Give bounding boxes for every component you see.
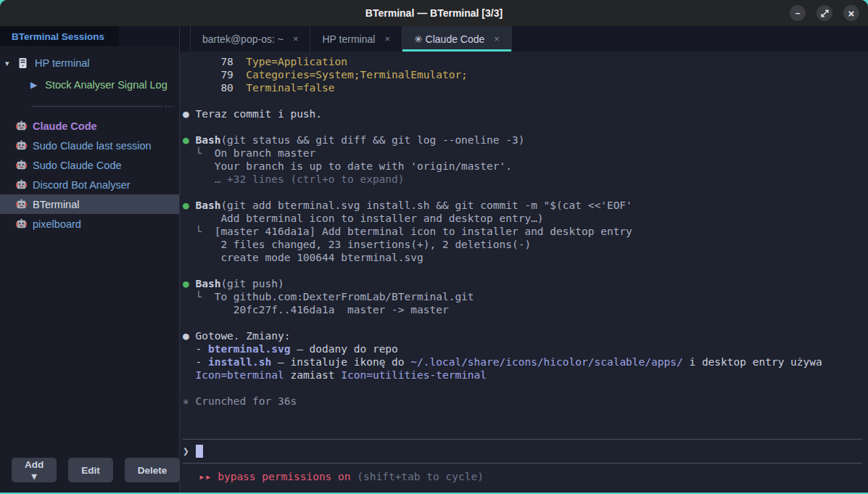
sidebar-item-bterminal[interactable]: BTerminal: [0, 194, 179, 214]
window-controls: – ×: [790, 5, 859, 21]
sidebar-item-claude-code[interactable]: Claude Code: [0, 116, 179, 136]
session-tree: ▾ HP terminal ▶ Stock Analyser Signal Lo…: [0, 46, 179, 449]
terminal-line: [183, 264, 862, 277]
robot-icon: [16, 140, 27, 151]
main-area: BTerminal Sessions ▾ HP terminal ▶ Stock…: [0, 26, 868, 493]
tab-label: HP terminal: [322, 33, 375, 45]
term-segment: └: [183, 291, 215, 302]
minimize-button[interactable]: –: [790, 5, 806, 21]
session-label: pixelboard: [33, 218, 81, 230]
terminal-line: └ [master 416da1a] Add bterminal icon to…: [183, 225, 862, 238]
divider-line: [32, 106, 162, 107]
terminal-line: ● Bash(git push): [183, 277, 862, 290]
terminal-output: 78 Type=Application 79 Categories=System…: [183, 55, 862, 408]
terminal-line: ● Bash(git status && git diff && git log…: [183, 133, 862, 147]
close-icon[interactable]: ×: [293, 33, 299, 44]
close-icon[interactable]: ×: [494, 33, 500, 44]
tab-label: ✳ Claude Code: [414, 33, 484, 45]
term-segment: └: [183, 226, 215, 237]
term-segment: -: [183, 343, 208, 355]
status-text: bypass permissions on: [218, 471, 350, 482]
sidebar-item-hp-terminal[interactable]: ▾ HP terminal: [0, 52, 179, 74]
sidebar-header: BTerminal Sessions: [0, 26, 179, 46]
close-button[interactable]: ×: [843, 5, 859, 21]
term-segment: Icon=bterminal: [195, 369, 284, 381]
term-segment: ✳ Crunched for 36s: [183, 395, 297, 407]
computer-icon: [18, 57, 28, 69]
term-segment: On branch master: [215, 147, 316, 159]
tab-hp-terminal[interactable]: HP terminal×: [310, 26, 402, 52]
sessions-sidebar: BTerminal Sessions ▾ HP terminal ▶ Stock…: [0, 26, 180, 493]
ellipsis-icon: ···: [165, 102, 175, 110]
double-arrow-icon: ▸▸: [199, 471, 218, 482]
terminal-line: └ On branch master: [183, 147, 862, 160]
term-segment: Categories=System;TerminalEmulator;: [246, 69, 468, 81]
sidebar-item-sudo-claude-last-session[interactable]: Sudo Claude last session: [0, 136, 179, 155]
terminal-line: 20fc27f..416da1a master -> master: [183, 303, 862, 316]
term-segment: -: [183, 356, 208, 368]
sidebar-item-sudo-claude-code[interactable]: Sudo Claude Code: [0, 155, 179, 175]
session-sub-label: Stock Analyser Signal Log: [45, 79, 167, 91]
edit-button[interactable]: Edit: [68, 458, 113, 482]
term-segment: ●: [183, 278, 195, 289]
term-segment: ● Teraz commit i push.: [183, 108, 322, 120]
maximize-button[interactable]: [817, 5, 832, 21]
term-segment: └: [183, 147, 215, 159]
session-label: Discord Bot Analyser: [33, 179, 131, 191]
term-segment: — dodany do repo: [290, 343, 397, 355]
term-segment: 78: [183, 56, 246, 67]
status-bar: ▸▸ bypass permissions on (shift+tab to c…: [183, 464, 862, 493]
sidebar-item-stock-analyser-signal-log[interactable]: ▶ Stock Analyser Signal Log: [0, 74, 179, 96]
tab-claude-code[interactable]: ✳ Claude Code×: [402, 26, 512, 52]
terminal-line: [183, 382, 862, 395]
terminal-line: ● Gotowe. Zmiany:: [183, 329, 862, 342]
term-segment: 2 files changed, 23 insertions(+), 2 del…: [183, 239, 531, 250]
terminal-line: [183, 316, 862, 329]
term-segment: i desktop entry używa: [683, 356, 822, 368]
term-segment: To github.com:DexterFromLab/BTerminal.gi…: [215, 291, 474, 302]
play-icon: ▶: [30, 80, 37, 90]
session-label: Sudo Claude last session: [33, 140, 152, 152]
terminal-line: - install.sh — instaluje ikonę do ~/.loc…: [183, 355, 862, 369]
term-segment: bterminal.svg: [208, 343, 291, 355]
term-segment: (git push): [220, 278, 284, 289]
chevron-down-icon[interactable]: ▾: [5, 59, 17, 68]
term-segment: ●: [183, 134, 195, 146]
close-icon: ×: [848, 8, 855, 19]
term-segment: ~/.local/share/icons/hicolor/scalable/ap…: [410, 356, 682, 368]
sidebar-divider: ···: [0, 96, 179, 116]
terminal-line: - bterminal.svg — dodany do repo: [183, 342, 862, 355]
close-icon[interactable]: ×: [384, 33, 390, 44]
terminal-line: 80 Terminal=false: [183, 81, 862, 94]
term-segment: 20fc27f..416da1a master -> master: [183, 304, 449, 316]
status-text: (shift+tab to cycle): [351, 471, 484, 482]
sidebar-title: BTerminal Sessions: [0, 26, 119, 46]
terminal-line: … +32 lines (ctrl+o to expand): [183, 173, 862, 186]
tab-bar: bartek@pop-os: ~×HP terminal×✳ Claude Co…: [180, 26, 868, 52]
maximize-icon: [821, 9, 829, 17]
terminal-input[interactable]: ❯: [183, 440, 862, 463]
delete-button[interactable]: Delete: [125, 458, 181, 482]
add-button[interactable]: Add ▾: [12, 458, 57, 482]
term-segment: 80: [183, 82, 246, 94]
session-label: Claude Code: [33, 120, 97, 132]
terminal-line: 79 Categories=System;TerminalEmulator;: [183, 68, 862, 81]
terminal-line: ● Bash(git add bterminal.svg install.sh …: [183, 199, 862, 212]
sidebar-item-discord-bot-analyser[interactable]: Discord Bot Analyser: [0, 175, 179, 194]
tab-bartek-pop-os[interactable]: bartek@pop-os: ~×: [190, 26, 310, 52]
titlebar: BTerminal — BTerminal [3/3] – ×: [0, 0, 868, 26]
term-segment: create mode 100644 bterminal.svg: [183, 252, 423, 263]
term-segment: … +32 lines (ctrl+o to expand): [183, 173, 405, 185]
terminal-line: [183, 186, 862, 199]
terminal-line: 2 files changed, 23 insertions(+), 2 del…: [183, 238, 862, 251]
terminal-spacer: [183, 408, 862, 439]
sidebar-item-pixelboard[interactable]: pixelboard: [0, 214, 179, 234]
terminal-line: └ To github.com:DexterFromLab/BTerminal.…: [183, 290, 862, 303]
tab-label: bartek@pop-os: ~: [202, 33, 284, 45]
terminal-line: 78 Type=Application: [183, 55, 862, 68]
terminal-screen[interactable]: 78 Type=Application 79 Categories=System…: [180, 52, 868, 493]
text-cursor: [196, 445, 203, 458]
robot-icon: [16, 199, 27, 210]
sidebar-buttons: Add ▾EditDelete: [0, 449, 179, 493]
term-segment: (git status && git diff && git log --one…: [220, 134, 524, 146]
